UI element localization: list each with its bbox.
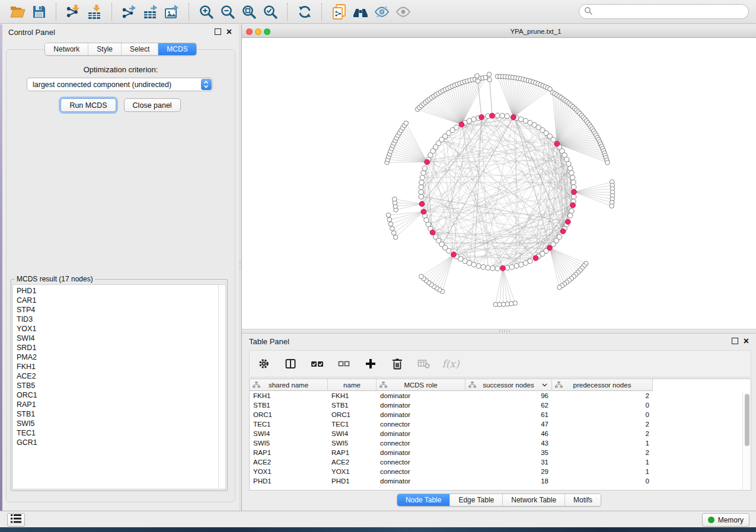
import-network-button[interactable] [65,3,82,21]
main-toolbar [0,0,756,24]
search-input[interactable] [596,7,744,17]
node-table-row[interactable]: ACE2ACE2connector311 [250,457,751,467]
mcds-buttons-row: Run MCDS Close panel [7,98,235,112]
network-window-titlebar[interactable]: YPA_prune.txt_1 [242,27,756,38]
function-builder-button: f(x) [444,357,458,371]
mcds-result-item[interactable]: ACE2 [17,371,225,381]
minimize-window-icon[interactable] [255,28,261,35]
column-header-name[interactable]: name [328,379,377,391]
tab-motifs[interactable]: Motifs [564,494,601,506]
open-file-button[interactable] [9,3,27,21]
node-table-row[interactable]: TEC1TEC1connector472 [250,419,751,429]
mcds-result-item[interactable]: FKH1 [17,362,225,371]
zoom-in-button[interactable] [197,3,215,21]
table-scrollbar[interactable] [742,392,751,489]
mcds-result-item[interactable]: GCR1 [17,438,225,447]
mcds-result-item[interactable]: STB5 [17,381,225,390]
node-table-row[interactable]: FKH1FKH1dominator962 [250,391,751,400]
node-table-row[interactable]: SWI5SWI5connector431 [250,438,751,448]
settings-button[interactable] [257,357,271,371]
mcds-result-item[interactable]: TID3 [17,315,225,324]
mcds-result-item[interactable]: RAP1 [17,400,225,409]
tab-mcds[interactable]: MCDS [158,43,196,55]
mcds-result-item[interactable]: SRD1 [17,343,225,352]
float-panel-icon[interactable] [215,28,221,35]
node-table-row[interactable]: YOX1YOX1connector291 [250,467,751,476]
mcds-result-item[interactable]: TEC1 [17,428,225,438]
table-tabbar: Node Table Edge Table Network Table Moti… [242,493,756,507]
export-image-button[interactable] [163,3,181,21]
control-panel-tabbar: Network Style Select MCDS [2,43,239,56]
cytoscape-window: Control Panel × Network Style Select MCD… [0,0,756,532]
node-table-row[interactable]: PHD1PHD1dominator180 [250,476,751,486]
run-mcds-button[interactable]: Run MCDS [60,98,116,112]
hide-graphics-details-button[interactable] [373,3,391,21]
float-panel-icon[interactable] [732,338,738,344]
splitter-grip-icon [499,330,510,332]
import-table-button[interactable] [86,3,104,21]
scrollbar-thumb[interactable] [745,394,749,446]
network-canvas[interactable] [242,38,756,329]
close-panel-icon[interactable]: × [227,28,232,35]
table-toolbar: f(x) [249,350,751,377]
column-layout-button[interactable] [283,357,298,371]
zoom-fit-button[interactable] [240,3,258,21]
close-window-icon[interactable] [246,28,253,35]
tab-network-table[interactable]: Network Table [502,494,564,506]
window-traffic-lights [246,28,270,35]
horizontal-splitter[interactable] [242,329,756,334]
task-history-button[interactable] [7,513,25,527]
node-table-row[interactable]: ORC1ORC1dominator610 [250,410,751,419]
column-header-shared-name[interactable]: shared name [250,379,328,391]
network-window-title: YPA_prune.txt_1 [279,28,756,35]
dropdown-stepper-icon [201,79,212,90]
main-area: Control Panel × Network Style Select MCD… [0,24,756,511]
node-table-row[interactable]: RAP1RAP1dominator352 [250,448,751,457]
mcds-result-list[interactable]: PHD1CAR1STP4TID3YOX1SWI4SRD1PMA2FKH1ACE2… [12,284,226,489]
zoom-selected-button[interactable] [261,3,279,21]
node-table-body: FKH1FKH1dominator962STB1STB1dominator620… [250,391,751,486]
create-column-button[interactable] [363,357,378,371]
search-box[interactable] [579,4,749,19]
mcds-result-item[interactable]: ORC1 [17,390,225,400]
column-header-MCDS-role[interactable]: MCDS role [377,379,465,391]
tab-node-table[interactable]: Node Table [397,494,450,506]
close-panel-button[interactable]: Close panel [124,98,181,112]
criterion-dropdown[interactable]: largest connected component (undirected) [27,78,213,91]
mcds-result-item[interactable]: STP4 [17,305,225,315]
new-network-from-selection-button[interactable] [330,3,348,21]
mcds-result-item[interactable]: SWI4 [17,334,225,343]
export-table-button[interactable] [142,3,160,21]
tab-edge-table[interactable]: Edge Table [449,494,502,506]
mcds-result-item[interactable]: PHD1 [17,286,225,296]
tab-select[interactable]: Select [121,43,158,55]
save-session-button[interactable] [30,3,48,21]
refresh-layout-button[interactable] [296,3,314,21]
node-table-row[interactable]: STB1STB1dominator620 [250,400,751,410]
maximize-window-icon[interactable] [264,28,270,35]
close-panel-icon[interactable]: × [744,338,749,344]
select-all-rows-button[interactable] [310,357,324,371]
search-icon [584,7,592,17]
zoom-out-button[interactable] [219,3,237,21]
control-panel-window-buttons: × [215,28,232,35]
find-button[interactable] [352,3,369,21]
mcds-result-item[interactable]: SWI5 [17,419,225,428]
column-header-successor-nodes[interactable]: successor nodes [465,379,552,391]
memory-button[interactable]: Memory [702,513,749,527]
mcds-result-item[interactable]: PMA2 [17,352,225,362]
delete-columns-button[interactable] [390,357,404,371]
mcds-result-item[interactable]: YOX1 [17,324,225,334]
network-view-window: YPA_prune.txt_1 [242,27,756,329]
mcds-result-item[interactable]: CAR1 [17,296,225,305]
deselect-all-rows-button[interactable] [337,357,351,371]
workspace-area: YPA_prune.txt_1 Table Panel × f(x) share… [242,24,756,511]
column-header-predecessor-nodes[interactable]: predecessor nodes [552,379,653,391]
mcds-list-scrollbar[interactable] [218,285,225,489]
mcds-result-item[interactable]: STB1 [17,409,225,419]
export-network-button[interactable] [120,3,138,21]
tab-style[interactable]: Style [88,43,121,55]
node-table-row[interactable]: SWI4SWI4dominator462 [250,429,751,438]
tab-network[interactable]: Network [45,43,88,55]
control-panel: Control Panel × Network Style Select MCD… [2,24,239,511]
